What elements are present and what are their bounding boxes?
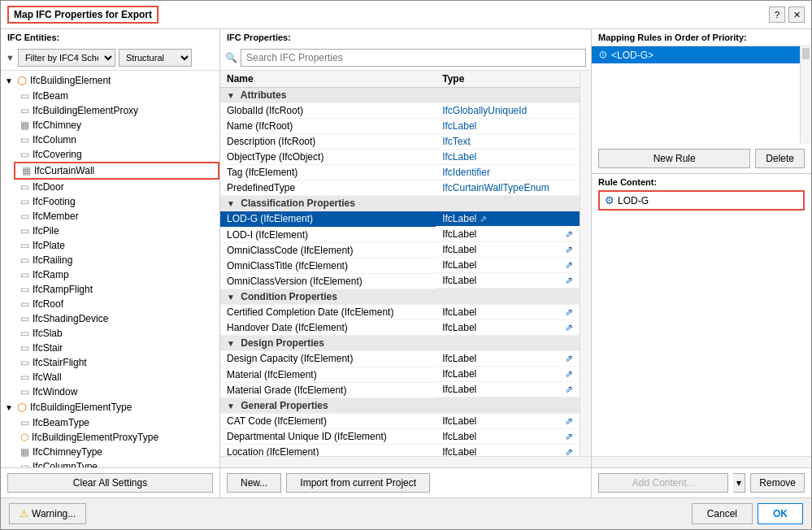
table-row[interactable]: ObjectType (IfcObject)IfcLabel xyxy=(220,150,580,165)
item-label: IfcRoof xyxy=(33,298,63,310)
tree-group-children: ▭ IfcBeam ▭ IfcBuildingElementProxy ▦ If… xyxy=(1,89,219,399)
rule-content-area[interactable] xyxy=(592,211,811,456)
table-row[interactable]: Departmental Unique ID (IfcElement)IfcLa… xyxy=(220,429,580,445)
table-row[interactable]: Handover Date (IfcElement)IfcLabel ⇗ xyxy=(220,320,580,336)
table-row[interactable]: Material (IfcElement)IfcLabel ⇗ xyxy=(220,367,580,382)
help-button[interactable]: ? xyxy=(769,7,785,23)
tree-item-ifcrailing[interactable]: ▭ IfcRailing xyxy=(14,253,219,267)
delete-button[interactable]: Delete xyxy=(755,149,805,168)
item-icon: ▭ xyxy=(20,254,29,266)
title-bar-controls: ? ✕ xyxy=(769,7,805,23)
tree-item-ifcbuildingelementproxytype[interactable]: ⬡ IfcBuildingElementProxyType xyxy=(14,430,219,445)
new-rule-button[interactable]: New Rule xyxy=(598,149,750,168)
tree-item-ifcrampflight[interactable]: ▭ IfcRampFlight xyxy=(14,282,219,297)
mapping-list[interactable]: ⚙ <LOD-G> xyxy=(592,46,800,144)
section-toggle-general[interactable]: ▼ xyxy=(227,402,235,411)
tree-item-ifcwindow[interactable]: ▭ IfcWindow xyxy=(14,384,219,399)
table-row[interactable]: Design Capacity (IfcElement)IfcLabel ⇗ xyxy=(220,351,580,367)
tree-item-ifcbeam[interactable]: ▭ IfcBeam xyxy=(14,89,219,103)
tree-group-ifcbuildingelementtype[interactable]: ▼ ⬡ IfcBuildingElementType xyxy=(1,399,219,415)
prop-name: OmniClassTitle (IfcElement) xyxy=(220,258,436,273)
table-row[interactable]: Tag (IfcElement)IfcIdentifier xyxy=(220,165,580,180)
close-button[interactable]: ✕ xyxy=(788,7,805,23)
table-row[interactable]: PredefinedTypeIfcCurtainWallTypeEnum xyxy=(220,180,580,196)
remove-button[interactable]: Remove xyxy=(750,473,805,493)
prop-name: Departmental Unique ID (IfcElement) xyxy=(220,429,436,445)
new-button[interactable]: New... xyxy=(227,473,281,493)
section-attributes: ▼ Attributes xyxy=(220,88,580,103)
tree-item-ifccolumn[interactable]: ▭ IfcColumn xyxy=(14,132,219,147)
add-content-dropdown-button[interactable]: ▾ xyxy=(733,473,745,493)
table-row[interactable]: Name (IfcRoot)IfcLabel xyxy=(220,119,580,134)
mapping-scrollbar[interactable] xyxy=(800,46,811,144)
panel-ifc-entities: IFC Entities: ▼ Filter by IFC4 Schema St… xyxy=(1,29,220,497)
item-icon: ▭ xyxy=(20,328,29,339)
tree-item-ifcchimney[interactable]: ▦ IfcChimney xyxy=(14,118,219,132)
import-button[interactable]: Import from current Project xyxy=(286,473,430,493)
right-horizontal-scroll[interactable] xyxy=(592,456,811,467)
prop-name: Certified Completion Date (IfcElement) xyxy=(220,304,436,320)
search-input[interactable] xyxy=(241,49,586,67)
tree-item-ifcramp[interactable]: ▭ IfcRamp xyxy=(14,267,219,282)
tree-item-ifcshadingdevice[interactable]: ▭ IfcShadingDevice xyxy=(14,311,219,326)
ok-button[interactable]: OK xyxy=(758,503,803,524)
section-toggle-condition[interactable]: ▼ xyxy=(227,293,235,302)
tree-item-ifcwall[interactable]: ▭ IfcWall xyxy=(14,370,219,384)
structural-filter-select[interactable]: Structural xyxy=(119,49,192,67)
prop-type: IfcLabel ⇗ xyxy=(436,242,580,258)
warning-button[interactable]: ⚠ Warning... xyxy=(9,503,86,524)
props-table-scroll[interactable]: Name Type ▼ Attributes xyxy=(220,71,580,456)
section-toggle-attributes[interactable]: ▼ xyxy=(227,91,235,100)
table-row[interactable]: OmniClassVersion (IfcElement)IfcLabel ⇗ xyxy=(220,273,580,289)
link-icon: ⇗ xyxy=(565,431,573,442)
table-row[interactable]: Description (IfcRoot)IfcText xyxy=(220,134,580,150)
tree-item-ifcpile[interactable]: ▭ IfcPile xyxy=(14,224,219,238)
tree-item-ifcslab[interactable]: ▭ IfcSlab xyxy=(14,326,219,341)
tree-item-ifcbuildingelementproxy[interactable]: ▭ IfcBuildingElementProxy xyxy=(14,103,219,118)
table-row[interactable]: LOD-I (IfcElement)IfcLabel ⇗ xyxy=(220,227,580,242)
section-general: ▼ General Properties xyxy=(220,398,580,413)
tree-item-ifcfooting[interactable]: ▭ IfcFooting xyxy=(14,194,219,209)
item-label: IfcBuildingElementProxyType xyxy=(32,432,158,443)
table-row[interactable]: Certified Completion Date (IfcElement)If… xyxy=(220,304,580,320)
schema-filter-select[interactable]: Filter by IFC4 Schema xyxy=(18,49,115,67)
table-row-lodg[interactable]: LOD-G (IfcElement) IfcLabel ⇗ xyxy=(220,211,580,228)
tree-group-ifcbuildingelement[interactable]: ▼ ⬡ IfcBuildingElement xyxy=(1,72,219,89)
prop-name: Name (IfcRoot) xyxy=(220,119,436,134)
item-label: IfcRampFlight xyxy=(33,284,93,295)
filter-icon: ▼ xyxy=(6,53,15,63)
prop-name: Tag (IfcElement) xyxy=(220,165,436,180)
tree-item-ifcdoor[interactable]: ▭ IfcDoor xyxy=(14,180,219,194)
table-row[interactable]: OmniClassTitle (IfcElement)IfcLabel ⇗ xyxy=(220,258,580,273)
middle-scrollbar[interactable] xyxy=(580,71,591,456)
item-label: IfcBeam xyxy=(33,90,68,102)
tree-item-ifcbeamtype[interactable]: ▭ IfcBeamType xyxy=(14,415,219,430)
clear-all-settings-button[interactable]: Clear All Settings xyxy=(7,473,213,493)
tree-item-ifcstairflight[interactable]: ▭ IfcStairFlight xyxy=(14,355,219,370)
expand-icon[interactable]: ▼ xyxy=(4,76,14,85)
section-toggle-design[interactable]: ▼ xyxy=(227,339,235,348)
item-label: IfcPile xyxy=(33,225,59,237)
item-label: IfcShadingDevice xyxy=(33,313,108,324)
table-row[interactable]: Material Grade (IfcElement)IfcLabel ⇗ xyxy=(220,382,580,398)
tree-item-ifcroof[interactable]: ▭ IfcRoof xyxy=(14,297,219,311)
prop-name: GlobalId (IfcRoot) xyxy=(220,103,436,119)
mapping-item-lodg[interactable]: ⚙ <LOD-G> xyxy=(592,46,800,63)
table-row[interactable]: CAT Code (IfcElement)IfcLabel ⇗ xyxy=(220,413,580,429)
middle-horizontal-scroll[interactable] xyxy=(220,456,591,467)
add-content-button[interactable]: Add Content... xyxy=(598,473,728,493)
table-row[interactable]: OmniClassCode (IfcElement)IfcLabel ⇗ xyxy=(220,242,580,258)
tree-item-ifcchimneytype[interactable]: ▦ IfcChimneyType xyxy=(14,445,219,459)
tree-item-ifcstair[interactable]: ▭ IfcStair xyxy=(14,341,219,355)
tree-item-ifcmember[interactable]: ▭ IfcMember xyxy=(14,209,219,224)
table-row[interactable]: GlobalId (IfcRoot)IfcGloballyUniqueId xyxy=(220,103,580,119)
tree-item-ifccolumntype[interactable]: ▭ IfcColumnType xyxy=(14,459,219,467)
tree-item-ifcplate[interactable]: ▭ IfcPlate xyxy=(14,238,219,253)
prop-type: IfcIdentifier xyxy=(436,165,580,180)
tree-item-ifccovering[interactable]: ▭ IfcCovering xyxy=(14,147,219,162)
section-toggle-classification[interactable]: ▼ xyxy=(227,199,235,208)
table-row[interactable]: Location (IfcElement)IfcLabel ⇗ xyxy=(220,445,580,457)
tree-item-ifccurtainwall[interactable]: ▦ IfcCurtainWall xyxy=(14,162,219,180)
expand-icon[interactable]: ▼ xyxy=(4,403,14,412)
cancel-button[interactable]: Cancel xyxy=(692,503,753,524)
